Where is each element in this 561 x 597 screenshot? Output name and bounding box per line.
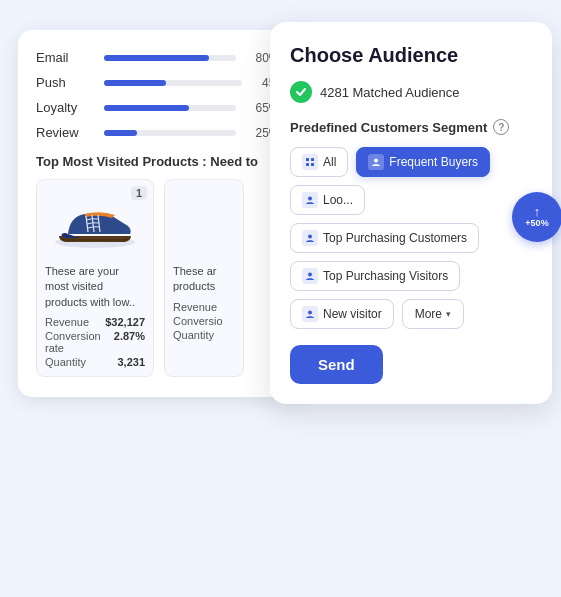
segment-buttons-group: All Frequent Buyers Loo... Top Purchasin… [290,147,532,329]
product-stat-conversion-1: Conversion rate 2.87% [45,330,145,354]
svg-point-9 [308,311,312,315]
stat-key: Quantity [45,356,86,368]
segment-label-frequent-buyers: Frequent Buyers [389,155,478,169]
segment-label-top-purchasing-visitors: Top Purchasing Visitors [323,269,448,283]
check-circle-icon [290,81,312,103]
product-desc-1: These are your most visited products wit… [45,264,145,310]
svg-point-8 [308,273,312,277]
segment-label-all: All [323,155,336,169]
segment-btn-new-visitor[interactable]: New visitor [290,299,394,329]
product-cards: 1 [36,179,290,377]
product-stat-quantity-1: Quantity 3,231 [45,356,145,368]
segment-btn-frequent-buyers[interactable]: Frequent Buyers [356,147,490,177]
metrics-list: Email 80% ↑ Push 45% Loyalty 65% ↑ Revie… [36,50,290,140]
more-dropdown-button[interactable]: More ▾ [402,299,464,329]
metric-bar-bg-review [104,130,236,136]
segment-btn-all[interactable]: All [290,147,348,177]
metric-bar-fill-push [104,80,166,86]
checkmark-icon [295,86,307,98]
card-title: Choose Audience [290,44,532,67]
product-card-2: These ar products Revenue Conversio Quan… [164,179,244,377]
metric-label-loyalty: Loyalty [36,100,96,115]
send-button[interactable]: Send [290,345,383,384]
metric-bar-bg-loyalty [104,105,236,111]
shoe-icon [50,196,140,251]
svg-rect-4 [311,163,314,166]
metric-row-review: Review 25% ↑ [36,125,290,140]
stat-key-2: Revenue [173,301,217,313]
choose-audience-card: Choose Audience 4281 Matched Audience Pr… [270,22,552,404]
metric-bar-fill-loyalty [104,105,189,111]
metric-bar-bg-email [104,55,236,61]
svg-rect-3 [306,163,309,166]
product-stat-quantity-2: Quantity [173,329,235,341]
segment-btn-top-purchasing-visitors[interactable]: Top Purchasing Visitors [290,261,460,291]
metric-bar-fill-review [104,130,137,136]
svg-point-7 [308,235,312,239]
section-title: Top Most Visited Products : Need to [36,154,290,169]
stat-key-qty-2: Quantity [173,329,214,341]
segment-icon-all [302,154,318,170]
boost-badge: ↑ +50% [512,192,561,242]
svg-rect-2 [311,158,314,161]
segment-label-row: Predefined Customers Segment ? [290,119,532,135]
product-image-2 [173,188,235,258]
product-stat-revenue-1: Revenue $32,127 [45,316,145,328]
boost-text: +50% [525,218,548,229]
segment-icon-frequent-buyers [368,154,384,170]
svg-point-6 [308,197,312,201]
segment-icon-lookalike [302,192,318,208]
product-desc-2: These ar products [173,264,235,295]
svg-rect-1 [306,158,309,161]
segment-btn-lookalike[interactable]: Loo... [290,185,365,215]
stat-key: Conversion rate [45,330,114,354]
segment-label-lookalike: Loo... [323,193,353,207]
metric-row-loyalty: Loyalty 65% ↑ [36,100,290,115]
metric-row-email: Email 80% ↑ [36,50,290,65]
segment-label-new-visitor: New visitor [323,307,382,321]
segment-icon-top-purchasing-customers [302,230,318,246]
segment-label-text: Predefined Customers Segment [290,120,487,135]
svg-point-5 [374,159,378,163]
matched-count-text: 4281 Matched Audience [320,85,460,100]
product-badge-1: 1 [131,186,147,200]
product-card-1: 1 [36,179,154,377]
segment-label-top-purchasing-customers: Top Purchasing Customers [323,231,467,245]
matched-audience-row: 4281 Matched Audience [290,81,532,103]
product-image-1 [45,188,145,258]
metric-label-push: Push [36,75,96,90]
product-stat-conversion-2: Conversio [173,315,235,327]
background-card: Email 80% ↑ Push 45% Loyalty 65% ↑ Revie… [18,30,308,397]
segment-btn-top-purchasing-customers[interactable]: Top Purchasing Customers [290,223,479,253]
metric-label-email: Email [36,50,96,65]
stat-val-revenue: $32,127 [105,316,145,328]
metric-label-review: Review [36,125,96,140]
help-icon[interactable]: ? [493,119,509,135]
metric-bar-fill-email [104,55,209,61]
segment-icon-top-purchasing-visitors [302,268,318,284]
stat-key-conv-2: Conversio [173,315,223,327]
more-label: More [415,307,442,321]
chevron-down-icon: ▾ [446,309,451,319]
stat-val-quantity: 3,231 [117,356,145,368]
segment-icon-new-visitor [302,306,318,322]
product-stat-revenue-2: Revenue [173,301,235,313]
stat-val-conversion: 2.87% [114,330,145,354]
metric-bar-bg-push [104,80,242,86]
metric-row-push: Push 45% [36,75,290,90]
stat-key: Revenue [45,316,89,328]
boost-arrow-icon: ↑ [534,205,541,218]
